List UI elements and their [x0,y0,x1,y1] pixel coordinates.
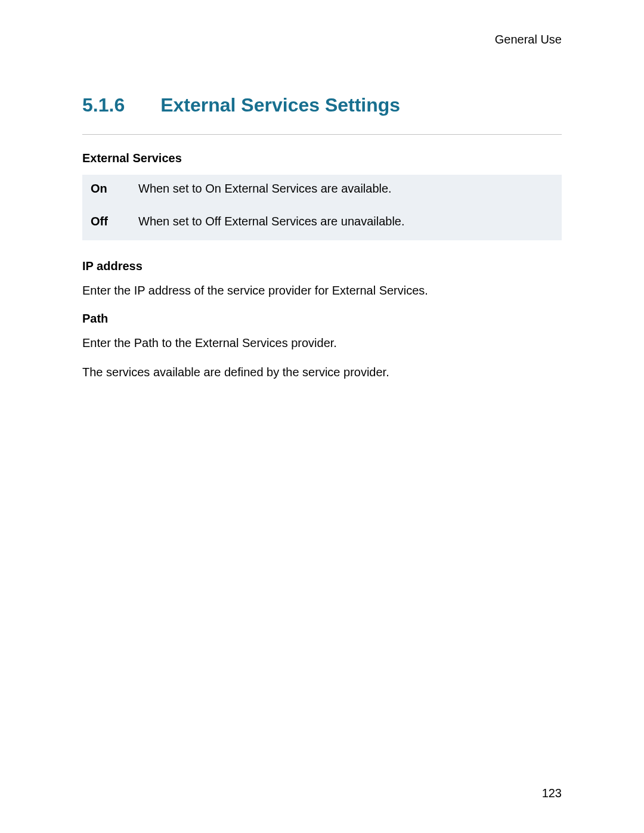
paragraph-ip-address: Enter the IP address of the service prov… [82,283,562,299]
horizontal-rule [82,134,562,135]
section-heading: 5.1.6External Services Settings [82,94,562,116]
subheading-path: Path [82,312,562,326]
option-desc: When set to Off External Services are un… [130,208,562,240]
section-title: External Services Settings [160,94,400,116]
subheading-external-services: External Services [82,151,562,165]
table-row: On When set to On External Services are … [82,175,562,208]
paragraph-path-2: The services available are defined by th… [82,364,562,380]
options-table: On When set to On External Services are … [82,175,562,240]
option-key: On [82,175,130,208]
running-header: General Use [82,33,562,47]
option-key: Off [82,208,130,240]
subheading-ip-address: IP address [82,259,562,273]
table-row: Off When set to Off External Services ar… [82,208,562,240]
page-number: 123 [542,786,562,800]
paragraph-path-1: Enter the Path to the External Services … [82,335,562,351]
option-desc: When set to On External Services are ava… [130,175,562,208]
section-number: 5.1.6 [82,94,125,116]
